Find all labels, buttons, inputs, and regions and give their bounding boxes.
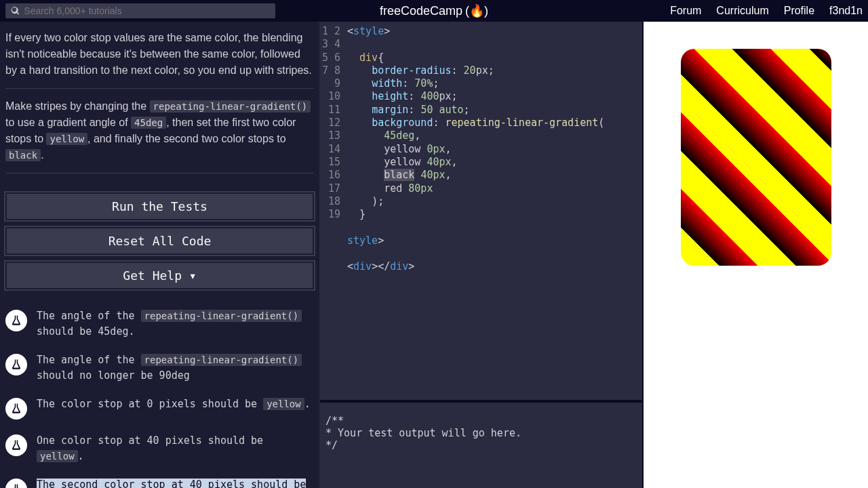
test-text: The angle of the repeating-linear-gradie… <box>37 352 314 383</box>
preview-div <box>681 49 831 266</box>
instruction-p2: Make stripes by changing the repeating-l… <box>5 98 314 163</box>
test-text: The second color stop at 40 pixels shoul… <box>37 477 314 488</box>
flask-icon <box>5 310 27 331</box>
chevron-down-icon: ▾ <box>189 268 197 283</box>
test-text: One color stop at 40 pixels should be ye… <box>37 433 314 464</box>
nav-forum[interactable]: Forum <box>670 5 701 17</box>
test-row: The second color stop at 40 pixels shoul… <box>5 470 314 488</box>
tests-list: The angle of the repeating-linear-gradie… <box>5 302 314 488</box>
instructions: If every two color stop values are the s… <box>5 27 314 192</box>
flask-icon <box>5 398 27 420</box>
test-row: The angle of the repeating-linear-gradie… <box>5 346 314 390</box>
line-gutter: 1 2 3 4 5 6 7 8 9 10 11 12 13 14 15 16 1… <box>320 25 347 400</box>
run-tests-button[interactable]: Run the Tests <box>5 192 314 220</box>
get-help-button[interactable]: Get Help ▾ <box>5 262 314 289</box>
nav-curriculum[interactable]: Curriculum <box>716 5 768 17</box>
divider <box>5 88 314 89</box>
test-row: One color stop at 40 pixels should be ye… <box>5 426 314 470</box>
code-editor[interactable]: 1 2 3 4 5 6 7 8 9 10 11 12 13 14 15 16 1… <box>320 22 642 400</box>
console-output: /** * Your test output will go here. */ <box>320 400 642 488</box>
search-wrap[interactable] <box>5 3 275 18</box>
preview-pane <box>644 22 868 488</box>
test-text: The angle of the repeating-linear-gradie… <box>37 308 314 339</box>
flask-icon <box>5 434 27 456</box>
brand-logo[interactable]: freeCodeCamp(🔥) <box>380 3 488 18</box>
flask-icon <box>5 479 27 488</box>
fire-icon: (🔥) <box>465 3 488 18</box>
divider <box>5 173 314 174</box>
main: If every two color stop values are the s… <box>0 22 868 488</box>
instructions-pane: If every two color stop values are the s… <box>0 22 320 488</box>
editor-pane: 1 2 3 4 5 6 7 8 9 10 11 12 13 14 15 16 1… <box>320 22 644 488</box>
instruction-p1: If every two color stop values are the s… <box>5 30 314 79</box>
test-row: The color stop at 0 pixels should be yel… <box>5 390 314 426</box>
test-text: The color stop at 0 pixels should be yel… <box>37 396 314 412</box>
reset-code-button[interactable]: Reset All Code <box>5 227 314 255</box>
nav-right: Forum Curriculum Profile f3nd1n <box>670 5 863 17</box>
search-icon <box>11 6 20 16</box>
flask-icon <box>5 354 27 375</box>
nav-user[interactable]: f3nd1n <box>829 5 863 17</box>
test-row: The angle of the repeating-linear-gradie… <box>5 302 314 346</box>
code-content[interactable]: <style> div{ border-radius: 20px; width:… <box>347 25 642 400</box>
top-bar: freeCodeCamp(🔥) Forum Curriculum Profile… <box>0 0 868 22</box>
search-input[interactable] <box>24 5 270 16</box>
nav-profile[interactable]: Profile <box>784 5 814 17</box>
brand-text: freeCodeCamp <box>380 4 462 18</box>
